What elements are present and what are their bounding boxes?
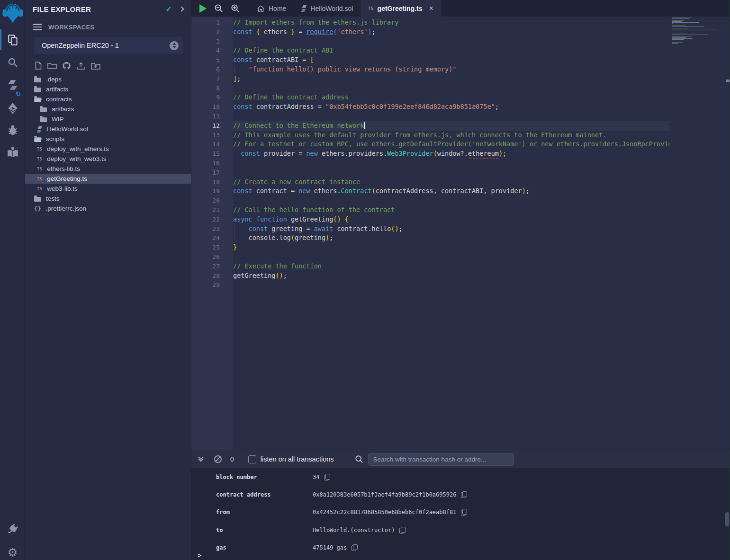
line-number: 6 — [191, 65, 233, 74]
debugger-icon[interactable] — [0, 122, 25, 140]
remix-logo[interactable] — [0, 2, 25, 25]
tree-item-label: contracts — [46, 96, 72, 103]
code-line-29[interactable]: 29 — [191, 280, 730, 290]
learneth-icon[interactable] — [0, 143, 25, 161]
code-line-4[interactable]: 4 // Define the contract ABI — [191, 46, 730, 55]
clear-console-icon[interactable] — [214, 455, 222, 463]
tree-item-label: deploy_with_ethers.ts — [47, 145, 109, 152]
line-number: 27 — [191, 262, 233, 271]
copy-icon[interactable] — [351, 544, 357, 551]
tree-item-.prettierrc.json[interactable]: {} .prettierrc.json — [25, 204, 191, 213]
code-line-13[interactable]: 13 // This example uses the default prov… — [191, 131, 730, 140]
ts-icon: TS — [37, 147, 42, 151]
workspace-dropdown-icon[interactable] — [170, 41, 179, 50]
workspace-menu-icon[interactable] — [33, 22, 42, 32]
json-icon: {} — [34, 205, 41, 212]
tree-item-deploy_with_ethers.ts[interactable]: TS deploy_with_ethers.ts — [25, 144, 191, 154]
new-folder-icon[interactable] — [47, 62, 57, 70]
code-line-15[interactable]: 15 const provider = new ethers.providers… — [191, 149, 730, 159]
terminal-header: 0 listen on all transactions — [191, 450, 730, 468]
line-number: 28 — [191, 271, 233, 281]
panel-expand-chevron-icon[interactable] — [179, 6, 184, 11]
tree-item-tests[interactable]: tests — [25, 194, 191, 204]
terminal-search-input[interactable] — [368, 453, 514, 466]
tree-item-.deps[interactable]: .deps — [25, 74, 191, 84]
tab-getgreeting-ts[interactable]: TS getGreeting.ts × — [360, 0, 441, 17]
listen-transactions-checkbox[interactable] — [248, 455, 256, 463]
tree-item-scripts[interactable]: scripts — [25, 134, 191, 144]
code-line-3[interactable]: 3 — [191, 37, 730, 46]
tx-detail-label: block number — [216, 474, 313, 480]
code-line-12[interactable]: 12 // Connect to the Ethereum network — [191, 121, 730, 131]
ts-icon: TS — [37, 187, 42, 191]
plugin-manager-icon[interactable] — [0, 521, 25, 538]
code-line-17[interactable]: 17 — [191, 168, 730, 178]
terminal-scrollbar[interactable] — [725, 512, 729, 526]
code-line-18[interactable]: 18 // Create a new contract instance — [191, 178, 730, 187]
tree-item-web3-lib.ts[interactable]: TS web3-lib.ts — [25, 184, 191, 194]
minimap[interactable] — [672, 18, 726, 45]
tree-item-getGreeting.ts[interactable]: TS getGreeting.ts — [25, 174, 191, 184]
workspace-select[interactable]: OpenZeppelin ERC20 - 1 — [34, 37, 183, 54]
zoom-out-icon[interactable] — [214, 4, 223, 13]
code-line-1[interactable]: 1 // Import ethers from the ethers.js li… — [191, 18, 730, 27]
code-line-14[interactable]: 14 // For a testnet or custom RPC, use e… — [191, 140, 730, 149]
upload-folder-icon[interactable] — [91, 62, 100, 70]
tab-close-icon[interactable]: × — [429, 4, 433, 13]
code-line-2[interactable]: 2 const { ethers } = require('ethers'); — [191, 27, 730, 37]
tree-item-HelloWorld.sol[interactable]: HelloWorld.sol — [25, 124, 191, 134]
deploy-run-icon[interactable] — [0, 99, 25, 117]
ts-icon: TS — [37, 177, 42, 181]
copy-icon[interactable] — [461, 491, 467, 498]
tree-item-deploy_with_web3.ts[interactable]: TS deploy_with_web3.ts — [25, 154, 191, 164]
tx-detail-row: gas 475149 gas — [191, 539, 730, 557]
github-import-icon[interactable] — [62, 62, 71, 70]
settings-icon[interactable]: ⚙ — [0, 544, 25, 560]
code-line-10[interactable]: 10 const contractAddress = "0xb54febb5c0… — [191, 102, 730, 112]
code-line-22[interactable]: 22 async function getGreeting() { — [191, 215, 730, 224]
code-line-11[interactable]: 11 — [191, 112, 730, 121]
code-line-7[interactable]: 7 ]; — [191, 74, 730, 84]
code-editor[interactable]: 1 // Import ethers from the ethers.js li… — [191, 17, 730, 450]
code-line-19[interactable]: 19 const contract = new ethers.Contract(… — [191, 187, 730, 196]
copy-icon[interactable] — [324, 474, 330, 480]
solidity-compiler-icon[interactable]: ↻ — [0, 75, 25, 96]
search-icon[interactable] — [0, 54, 25, 71]
code-line-21[interactable]: 21 // Call the hello function of the con… — [191, 205, 730, 215]
activity-bar: ↻ — [0, 0, 25, 560]
line-number: 8 — [191, 84, 233, 93]
upload-file-icon[interactable] — [76, 62, 86, 70]
zoom-in-icon[interactable] — [231, 4, 240, 13]
tree-item-artifacts[interactable]: artifacts — [25, 104, 191, 114]
collapse-terminal-icon[interactable] — [197, 457, 205, 461]
run-script-button[interactable] — [199, 4, 207, 13]
line-number: 19 — [191, 187, 233, 196]
code-line-16[interactable]: 16 — [191, 159, 730, 168]
tree-item-contracts[interactable]: contracts — [25, 94, 191, 104]
code-line-24[interactable]: 24 console.log(greeting); — [191, 233, 730, 243]
code-line-25[interactable]: 25 } — [191, 243, 730, 252]
new-file-icon[interactable] — [34, 62, 42, 70]
tree-item-WIP[interactable]: WIP — [25, 114, 191, 124]
tab-helloworld-sol[interactable]: HelloWorld.sol — [294, 0, 360, 17]
code-line-27[interactable]: 27 // Execute the function — [191, 262, 730, 271]
tx-detail-value: HelloWorld.(constructor) — [313, 527, 405, 533]
tree-item-artifacts[interactable]: artifacts — [25, 84, 191, 94]
copy-icon[interactable] — [461, 509, 467, 516]
copy-icon[interactable] — [399, 527, 405, 533]
accept-check-icon[interactable]: ✓ — [166, 5, 172, 14]
code-line-26[interactable]: 26 — [191, 252, 730, 262]
file-explorer-icon[interactable] — [0, 30, 25, 49]
terminal-panel: 0 listen on all transactions block numbe… — [191, 450, 730, 560]
code-line-23[interactable]: 23 const greeting = await contract.hello… — [191, 224, 730, 234]
code-line-8[interactable]: 8 — [191, 84, 730, 93]
tree-item-ethers-lib.ts[interactable]: TS ethers-lib.ts — [25, 164, 191, 174]
terminal-prompt[interactable]: > — [198, 551, 201, 559]
code-line-20[interactable]: 20 — [191, 196, 730, 205]
code-line-5[interactable]: 5 const contractABI = [ — [191, 55, 730, 65]
code-line-6[interactable]: 6 "function hello() public view returns … — [191, 65, 730, 74]
code-line-28[interactable]: 28 getGreeting(); — [191, 271, 730, 281]
ts-icon: TS — [37, 157, 42, 161]
tab-home[interactable]: Home — [249, 0, 294, 17]
code-line-9[interactable]: 9 // Define the contract address — [191, 93, 730, 102]
